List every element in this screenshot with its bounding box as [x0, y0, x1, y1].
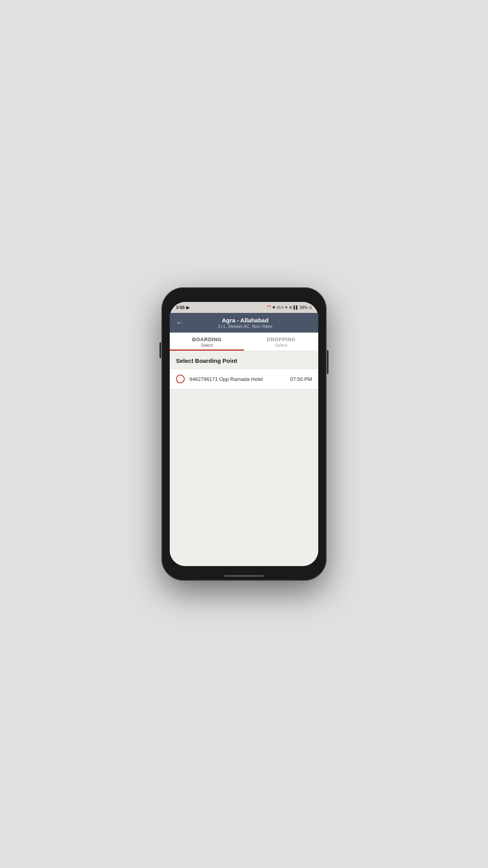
- battery-icon: ⊙: [309, 305, 312, 310]
- status-bar: 3:55 ▶ ⏰ ✱ 23.0 ▼ ⊞ ▌▌ 58% ⊙: [170, 302, 318, 313]
- location-icon: ▶: [186, 305, 189, 310]
- section-title: Select Boarding Point: [170, 351, 318, 369]
- radio-button[interactable]: [176, 375, 185, 383]
- status-left: 3:55 ▶: [176, 305, 189, 310]
- battery-display: 58%: [300, 305, 308, 310]
- wifi-icon: ▼: [284, 305, 288, 309]
- status-right: ⏰ ✱ 23.0 ▼ ⊞ ▌▌ 58% ⊙: [267, 305, 312, 310]
- boarding-points-list: 9462796171 Opp Ramada Hotel 07:50 PM: [170, 369, 318, 390]
- dropping-tab-sublabel: Select: [247, 343, 315, 348]
- route-title: Agra - Allahabad: [188, 317, 303, 324]
- time-display: 3:55: [176, 305, 185, 310]
- app-header: ← Agra - Allahabad 2+1, Sleeper,AC, Non-…: [170, 313, 318, 333]
- boarding-item[interactable]: 9462796171 Opp Ramada Hotel 07:50 PM: [170, 369, 318, 389]
- boarding-tab-sublabel: Select: [173, 343, 241, 348]
- phone-device: 3:55 ▶ ⏰ ✱ 23.0 ▼ ⊞ ▌▌ 58% ⊙ ← Agra - Al…: [161, 287, 327, 581]
- bus-type-subtitle: 2+1, Sleeper,AC, Non-Video: [188, 324, 303, 329]
- content-area: Select Boarding Point 9462796171 Opp Ram…: [170, 351, 318, 566]
- home-indicator: [224, 575, 264, 577]
- header-title-block: Agra - Allahabad 2+1, Sleeper,AC, Non-Vi…: [188, 317, 303, 329]
- back-button[interactable]: ←: [176, 319, 183, 326]
- bluetooth-icon: ✱: [272, 305, 275, 309]
- dropping-tab-label: DROPPING: [247, 337, 315, 342]
- tab-dropping[interactable]: DROPPING Select: [244, 333, 318, 351]
- boarding-point-time: 07:50 PM: [290, 376, 312, 382]
- network-icon: ⊞: [289, 305, 292, 309]
- tab-boarding[interactable]: BOARDING Select: [170, 333, 244, 351]
- phone-screen: 3:55 ▶ ⏰ ✱ 23.0 ▼ ⊞ ▌▌ 58% ⊙ ← Agra - Al…: [170, 302, 318, 566]
- tabs-container: BOARDING Select DROPPING Select: [170, 333, 318, 351]
- signal-icon: ▌▌: [294, 305, 299, 309]
- data-icon: 23.0: [277, 305, 284, 309]
- boarding-tab-label: BOARDING: [173, 337, 241, 342]
- boarding-point-name: 9462796171 Opp Ramada Hotel: [189, 376, 290, 382]
- alarm-icon: ⏰: [267, 305, 271, 309]
